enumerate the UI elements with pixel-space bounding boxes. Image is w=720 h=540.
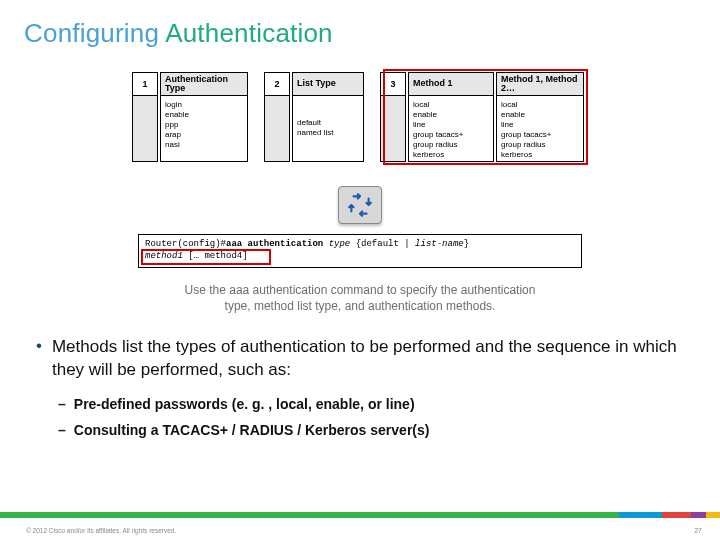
page-title: Configuring Authentication bbox=[24, 18, 333, 49]
page-number: 27 bbox=[694, 527, 702, 534]
method-diagram: 1 Authentication Type 2 List Type 3 Meth… bbox=[132, 72, 588, 162]
step-number-1: 1 bbox=[132, 72, 158, 96]
dash-icon: – bbox=[58, 396, 66, 412]
cmd-type: type bbox=[329, 239, 356, 249]
cmd-bold: aaa authentication bbox=[226, 239, 329, 249]
copyright: © 2012 Cisco and/or its affiliates. All … bbox=[26, 527, 176, 534]
spacer-3 bbox=[380, 96, 406, 162]
cmd-brace: {default | bbox=[356, 239, 415, 249]
slide: Configuring Authentication 1 Authenticat… bbox=[0, 0, 720, 540]
spacer-2 bbox=[264, 96, 290, 162]
col2-body: default named list bbox=[292, 96, 364, 162]
title-word-2: Authentication bbox=[165, 18, 333, 48]
col3-header: Method 1 bbox=[408, 72, 494, 96]
cmd-listname: list-name bbox=[415, 239, 464, 249]
caption-line-1: Use the aaa authentication command to sp… bbox=[0, 282, 720, 298]
col3-body: local enable line group tacacs+ group ra… bbox=[408, 96, 494, 162]
col4-header: Method 1, Method 2… bbox=[496, 72, 584, 96]
bullet-sub-1: –Pre-defined passwords (e. g. , local, e… bbox=[58, 396, 684, 412]
bullet-dot-icon: • bbox=[36, 336, 42, 382]
bullets: • Methods list the types of authenticati… bbox=[36, 336, 684, 438]
arrows-icon bbox=[347, 192, 373, 218]
col1-body: login enable ppp arap nasi bbox=[160, 96, 248, 162]
diagram-bodies-row: login enable ppp arap nasi default named… bbox=[132, 96, 588, 162]
caption: Use the aaa authentication command to sp… bbox=[0, 282, 720, 314]
step-number-3: 3 bbox=[380, 72, 406, 96]
bullet-sub-2: –Consulting a TACACS+ / RADIUS / Kerbero… bbox=[58, 422, 684, 438]
spacer-1 bbox=[132, 96, 158, 162]
command-box: Router(config)#aaa authentication type {… bbox=[138, 234, 582, 268]
bullet-main: • Methods list the types of authenticati… bbox=[36, 336, 684, 382]
cmd-method1: method1 bbox=[145, 251, 188, 261]
cmd-method-rest: [… method4] bbox=[188, 251, 247, 261]
router-icon bbox=[338, 186, 382, 224]
title-word-1: Configuring bbox=[24, 18, 159, 48]
dash-icon: – bbox=[58, 422, 66, 438]
bullet-main-text: Methods list the types of authentication… bbox=[52, 336, 684, 382]
col2-header: List Type bbox=[292, 72, 364, 96]
cmd-brace2: } bbox=[464, 239, 469, 249]
step-number-2: 2 bbox=[264, 72, 290, 96]
cmd-prefix: Router(config)# bbox=[145, 239, 226, 249]
col4-body: local enable line group tacacs+ group ra… bbox=[496, 96, 584, 162]
col1-header: Authentication Type bbox=[160, 72, 248, 96]
caption-line-2: type, method list type, and authenticati… bbox=[0, 298, 720, 314]
diagram-headers-row: 1 Authentication Type 2 List Type 3 Meth… bbox=[132, 72, 588, 96]
footer-accent-bar bbox=[0, 512, 720, 518]
